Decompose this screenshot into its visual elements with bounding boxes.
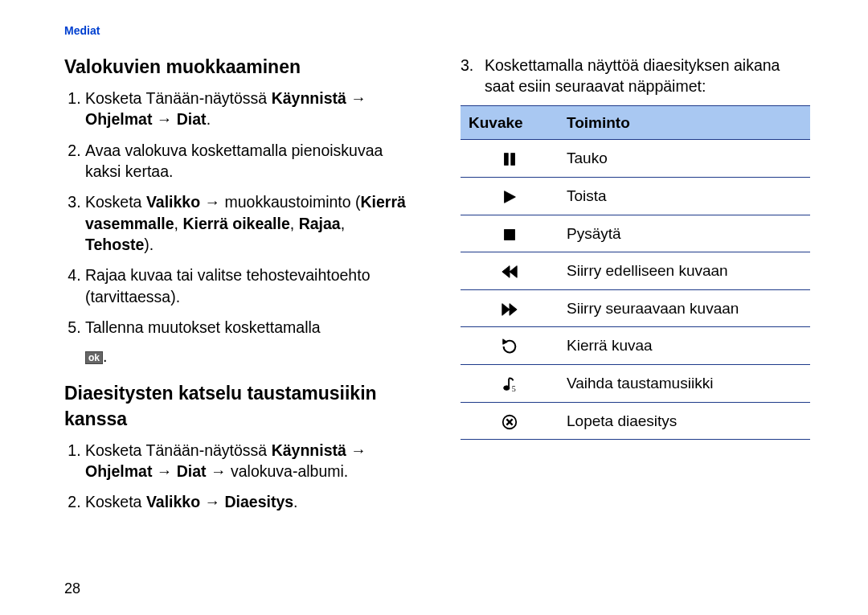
- left-column: Valokuvien muokkaaminen Kosketa Tänään-n…: [64, 55, 414, 529]
- two-column-layout: Valokuvien muokkaaminen Kosketa Tänään-n…: [64, 55, 810, 529]
- play-icon: [461, 177, 559, 215]
- table-row: Toista: [461, 177, 810, 215]
- page-number: 28: [64, 580, 80, 597]
- svg-marker-6: [502, 303, 510, 315]
- svg-point-9: [504, 386, 510, 391]
- svg-marker-4: [502, 266, 510, 278]
- step-item: Rajaa kuvaa tai valitse tehostevaihtoeht…: [85, 264, 414, 307]
- table-row: Siirry edelliseen kuvaan: [461, 252, 810, 290]
- function-label: Pysäytä: [559, 215, 810, 252]
- svg-marker-5: [510, 266, 517, 278]
- svg-rect-1: [511, 154, 515, 166]
- function-label: Tauko: [559, 140, 810, 178]
- table-row: 5Vaihda taustamusiikki: [461, 365, 810, 403]
- icon-function-table: Kuvake Toiminto TaukoToistaPysäytäSiirry…: [461, 105, 810, 441]
- function-label: Lopeta diaesitys: [559, 402, 810, 440]
- heading-slideshow-music: Diaesitysten katselu taustamusiikin kans…: [64, 381, 414, 431]
- table-header-icon: Kuvake: [461, 105, 559, 140]
- svg-rect-3: [505, 229, 515, 240]
- function-label: Siirry edelliseen kuvaan: [559, 252, 810, 290]
- svg-marker-8: [503, 339, 508, 344]
- svg-rect-0: [505, 154, 509, 166]
- rewind-icon: [461, 252, 559, 290]
- step-item: Kosketa Tänään-näytössä Käynnistä → Ohje…: [85, 440, 414, 482]
- ok-icon: ok: [85, 351, 103, 364]
- svg-text:5: 5: [512, 384, 516, 393]
- svg-marker-7: [510, 303, 517, 315]
- table-row: Kierrä kuvaa: [461, 327, 810, 365]
- stop-icon: [461, 215, 559, 252]
- right-column: 3. Koskettamalla näyttöä diaesityksen ai…: [461, 55, 810, 529]
- step-item: Kosketa Valikko → muokkaus­toiminto (Kie…: [85, 191, 414, 255]
- table-header-function: Toiminto: [559, 105, 810, 140]
- table-row: Lopeta diaesitys: [461, 402, 810, 440]
- document-page: Mediat Valokuvien muokkaaminen Kosketa T…: [0, 0, 868, 615]
- function-label: Siirry seuraavaan kuvaan: [559, 289, 810, 327]
- steps-edit-photos: Kosketa Tänään-näytössä Käynnistä → Ohje…: [64, 88, 414, 338]
- function-label: Vaihda taustamusiikki: [559, 365, 810, 403]
- step-number: 3.: [461, 55, 478, 97]
- step-item: Tallenna muutokset koskettamalla: [85, 317, 414, 338]
- step-text: Koskettamalla näyttöä diaesityksen aikan…: [485, 55, 810, 97]
- step-item: Avaa valokuva koskettamalla pienoiskuvaa…: [85, 140, 414, 182]
- fastfwd-icon: [461, 289, 559, 327]
- function-label: Toista: [559, 177, 810, 215]
- heading-edit-photos: Valokuvien muokkaaminen: [64, 55, 414, 80]
- step-item: Kosketa Valikko → Diaesitys.: [85, 491, 414, 512]
- section-tag: Mediat: [64, 24, 810, 37]
- close-icon: [461, 402, 559, 440]
- table-row: Pysäytä: [461, 215, 810, 252]
- ok-line: ok.: [64, 346, 414, 367]
- step-item: Kosketa Tänään-näytössä Käynnistä → Ohje…: [85, 88, 414, 130]
- music-icon: 5: [461, 365, 559, 403]
- pause-icon: [461, 140, 559, 178]
- table-row: Siirry seuraavaan kuvaan: [461, 289, 810, 327]
- svg-marker-2: [505, 191, 516, 203]
- steps-slideshow-music: Kosketa Tänään-näytössä Käynnistä → Ohje…: [64, 440, 414, 513]
- table-row: Tauko: [461, 140, 810, 178]
- rotate-icon: [461, 327, 559, 365]
- function-label: Kierrä kuvaa: [559, 327, 810, 365]
